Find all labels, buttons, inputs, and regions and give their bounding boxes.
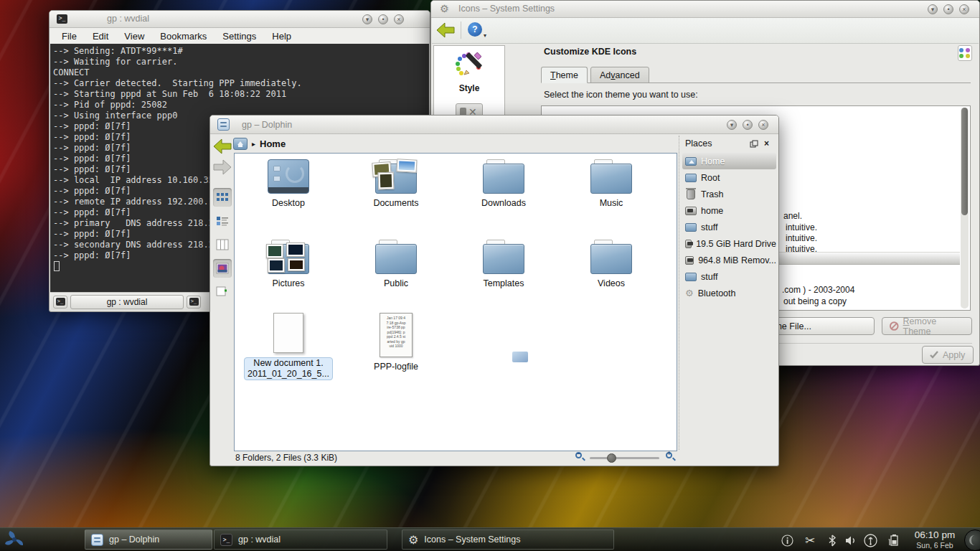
float-panel-icon[interactable] bbox=[750, 140, 758, 148]
bluetooth-icon[interactable] bbox=[825, 533, 839, 547]
file-item-new-document[interactable]: New document 1.2011_01_20_16_5... bbox=[242, 313, 335, 380]
clock-date: Sun, 6 Feb bbox=[907, 541, 963, 550]
sidebar-item-style[interactable]: Style bbox=[434, 46, 504, 93]
panel-cashew-icon[interactable] bbox=[964, 529, 980, 551]
chevron-down-icon[interactable]: ▾ bbox=[484, 32, 486, 39]
minimize-button[interactable]: ▾ bbox=[362, 14, 372, 24]
stray-thumbnail bbox=[512, 352, 528, 362]
help-icon[interactable]: ? bbox=[468, 22, 482, 37]
tab-advanced[interactable]: Advanced bbox=[590, 67, 649, 83]
style-icon bbox=[454, 52, 484, 79]
forward-icon[interactable] bbox=[213, 159, 232, 175]
preview-button[interactable] bbox=[213, 259, 232, 278]
folder-item-templates[interactable]: Templates bbox=[457, 240, 550, 289]
places-item-home-drive[interactable]: home bbox=[682, 202, 776, 219]
drive-icon bbox=[685, 207, 697, 215]
close-button[interactable]: × bbox=[758, 120, 768, 130]
back-icon[interactable] bbox=[213, 138, 232, 154]
places-item-trash[interactable]: Trash bbox=[682, 186, 776, 202]
back-icon[interactable] bbox=[436, 22, 455, 38]
minimize-button[interactable]: ▾ bbox=[928, 4, 938, 14]
folder-item-public[interactable]: Public bbox=[349, 240, 443, 289]
folder-icon bbox=[685, 223, 697, 232]
places-item-home[interactable]: Home bbox=[682, 153, 776, 169]
gear-icon: ⚙ bbox=[408, 534, 418, 546]
places-item-root[interactable]: Root bbox=[682, 169, 776, 186]
desktop-folder-icon bbox=[268, 159, 309, 194]
zoom-in-icon[interactable]: + bbox=[666, 452, 676, 462]
drive-icon bbox=[685, 240, 692, 248]
minimize-button[interactable]: ▾ bbox=[727, 120, 737, 130]
theme-list-fragment: intuitive. bbox=[786, 222, 817, 232]
folder-item-downloads[interactable]: Downloads bbox=[457, 159, 550, 209]
new-tab-button[interactable]: >_ bbox=[53, 296, 67, 309]
check-icon bbox=[930, 351, 938, 359]
usb-device-icon[interactable] bbox=[863, 533, 877, 547]
scrollbar-thumb[interactable] bbox=[961, 108, 968, 215]
gear-icon: ⚙ bbox=[440, 3, 449, 14]
task-dolphin[interactable]: gp – Dolphin bbox=[85, 529, 212, 550]
maximize-button[interactable]: • bbox=[743, 120, 753, 130]
remove-theme-button[interactable]: Remove Theme bbox=[882, 317, 972, 335]
zoom-slider-handle[interactable] bbox=[607, 453, 616, 463]
folder-item-desktop[interactable]: Desktop bbox=[242, 159, 335, 209]
zoom-out-icon[interactable]: – bbox=[575, 452, 585, 462]
scrollbar[interactable] bbox=[961, 108, 969, 309]
zoom-slider[interactable] bbox=[590, 457, 659, 459]
window-title: gp – Dolphin bbox=[242, 120, 292, 130]
terminal-titlebar[interactable]: >_ gp : wvdial ▾ • × bbox=[50, 11, 430, 28]
places-item-bluetooth[interactable]: ⚙Bluetooth bbox=[682, 285, 776, 301]
close-button[interactable]: × bbox=[394, 14, 404, 24]
task-wvdial[interactable]: >_ gp : wvdial bbox=[214, 529, 387, 550]
task-system-settings[interactable]: ⚙ Icons – System Settings bbox=[402, 529, 614, 550]
places-item-removable[interactable]: 964.8 MiB Remov... bbox=[682, 252, 776, 268]
folder-item-pictures[interactable]: Pictures bbox=[242, 240, 335, 289]
home-folder-icon[interactable] bbox=[233, 138, 248, 150]
digital-clock[interactable]: 06:10 pm Sun, 6 Feb bbox=[907, 529, 963, 550]
notifications-icon[interactable] bbox=[780, 533, 794, 547]
klipper-scissors-icon[interactable]: ✂ bbox=[803, 533, 817, 547]
folder-item-documents[interactable]: Documents bbox=[349, 159, 443, 209]
folder-item-music[interactable]: Music bbox=[565, 159, 658, 209]
menu-settings[interactable]: Settings bbox=[222, 31, 256, 42]
menu-edit[interactable]: Edit bbox=[93, 31, 108, 42]
menu-help[interactable]: Help bbox=[272, 31, 291, 42]
folder-item-videos[interactable]: Videos bbox=[565, 240, 658, 289]
apply-button[interactable]: Apply bbox=[922, 346, 974, 364]
dolphin-titlebar[interactable]: gp – Dolphin ▾ • × bbox=[210, 116, 778, 134]
terminal-tab[interactable]: gp : wvdial bbox=[70, 295, 184, 309]
task-label: gp : wvdial bbox=[238, 534, 281, 545]
tab-list-button[interactable]: >_ bbox=[187, 296, 201, 309]
folder-view[interactable]: Desktop Documents Downloads Music bbox=[234, 153, 677, 451]
details-view-button[interactable] bbox=[213, 212, 232, 230]
icons-view-icon bbox=[216, 192, 229, 203]
close-button[interactable]: × bbox=[959, 4, 969, 14]
columns-view-button[interactable] bbox=[213, 235, 232, 254]
theme-description: .com ) - 2003-2004 bbox=[782, 285, 854, 295]
icons-view-button[interactable] bbox=[213, 188, 232, 207]
volume-icon[interactable] bbox=[844, 533, 858, 547]
folder-home-icon bbox=[685, 157, 697, 166]
overview-icon[interactable] bbox=[958, 45, 972, 61]
menu-view[interactable]: View bbox=[124, 31, 144, 42]
places-item-hard-drive[interactable]: 19.5 GiB Hard Drive bbox=[682, 235, 776, 252]
launcher-button[interactable] bbox=[3, 529, 27, 550]
window-title: gp : wvdial bbox=[107, 14, 149, 24]
split-view-button[interactable] bbox=[213, 283, 232, 301]
settings-titlebar[interactable]: ⚙ ⚙ Icons – System Settings ▾ • × bbox=[431, 1, 979, 18]
tab-theme[interactable]: Theme bbox=[541, 67, 588, 83]
file-item-ppp-logfile[interactable]: Jan 17 09:4 7:18 gp-Asp ire-5738 pp pd[1… bbox=[349, 313, 443, 372]
places-item-stuff-2[interactable]: stuff bbox=[682, 268, 776, 285]
select-theme-label: Select the icon theme you want to use: bbox=[544, 90, 698, 100]
maximize-button[interactable]: • bbox=[943, 4, 953, 14]
breadcrumb-home[interactable]: Home bbox=[260, 138, 286, 149]
battery-icon[interactable] bbox=[886, 533, 900, 547]
menu-bookmarks[interactable]: Bookmarks bbox=[160, 31, 207, 42]
places-item-stuff[interactable]: stuff bbox=[682, 219, 776, 235]
menu-file[interactable]: File bbox=[62, 31, 77, 42]
close-panel-icon[interactable]: × bbox=[764, 138, 769, 149]
maximize-button[interactable]: • bbox=[378, 14, 388, 24]
selected-item-label: New document 1.2011_01_20_16_5... bbox=[244, 357, 333, 380]
clock-time: 06:10 pm bbox=[907, 529, 963, 541]
toolbar-separator bbox=[461, 22, 461, 39]
